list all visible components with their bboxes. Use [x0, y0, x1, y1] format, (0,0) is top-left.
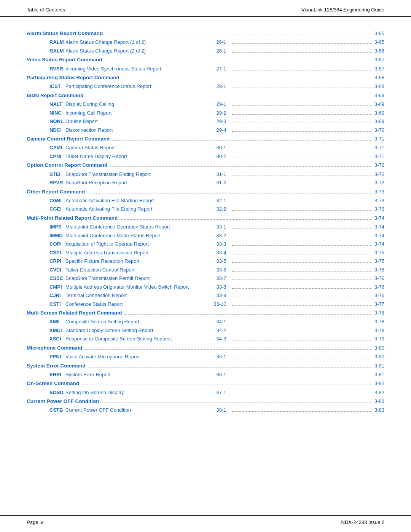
- toc-sub-entry: CGSI Automatic Activation File Starting …: [27, 197, 384, 204]
- sub-label: Multiple Address Originator Monitor Vide…: [65, 283, 205, 291]
- sub-num: 28-1: [205, 83, 226, 90]
- sub-page: 3-66: [374, 47, 384, 55]
- toc-sub-entry: IMMD Multi-point Conference Mode Status …: [27, 232, 384, 240]
- toc-sub-entry: PPNI Voice Activate Microphone Report 35…: [27, 353, 384, 361]
- footer-right: NDA-24233 Issue 2: [341, 519, 384, 525]
- section-dots: [84, 349, 372, 350]
- section-page: 3-80: [374, 344, 384, 352]
- sub-label: On-line Report: [65, 118, 205, 125]
- sub-page: 3-69: [374, 118, 384, 125]
- sub-dots: [232, 332, 372, 332]
- section-page: 3-78: [374, 309, 384, 317]
- toc-sub-entry: CMPI Multiple Address Originator Monitor…: [27, 283, 384, 291]
- sub-num: 29-2: [205, 109, 226, 117]
- sub-code: CGEI: [49, 205, 65, 213]
- sub-num: 33-9: [205, 292, 226, 299]
- sub-label: Incoming Call Report: [65, 109, 205, 117]
- sub-code: XMII: [49, 318, 65, 326]
- sub-num: 30-1: [205, 144, 226, 152]
- sub-dots: [232, 202, 372, 202]
- section-page: 3-68: [374, 74, 384, 81]
- sub-label: Composite Screen Setting Report: [65, 318, 205, 326]
- section-label: ISDN Report Command: [27, 92, 83, 99]
- sub-code: CSTB: [49, 406, 65, 414]
- sub-page: 3-78: [374, 318, 384, 326]
- sub-dots: [232, 123, 372, 123]
- sub-label: Terminal Connection Report: [65, 292, 205, 299]
- section-page: 3-73: [374, 188, 384, 196]
- sub-code: RALM: [49, 38, 65, 46]
- toc-sub-entry: SOSD Setting On-Screen Display 37-1 3-82: [27, 389, 384, 396]
- sub-page: 3-70: [374, 126, 384, 134]
- sub-num: 35-1: [205, 353, 226, 361]
- sub-code: NALT: [49, 101, 65, 108]
- sub-code: NONL: [49, 118, 65, 125]
- sub-code: RVSR: [49, 65, 65, 73]
- sub-page: 3-71: [374, 144, 384, 152]
- sub-num: 33-5: [205, 257, 226, 265]
- sub-dots: [232, 158, 372, 158]
- section-label: Microphone Command: [27, 344, 82, 352]
- footer-left: Page iv: [27, 519, 43, 525]
- sub-page: 3-74: [374, 223, 384, 231]
- sub-code: ERRI: [49, 371, 65, 379]
- sub-num: 37-1: [205, 389, 226, 396]
- sub-label: System Error Report: [65, 371, 205, 379]
- sub-label: Alarm Status Change Report (2 of 2): [65, 47, 205, 55]
- sub-page: 3-71: [374, 153, 384, 160]
- sub-label: Alarm Status Change Report (1 of 2): [65, 38, 205, 46]
- sub-code: NINC: [49, 109, 65, 117]
- sub-dots: [232, 358, 372, 358]
- header-right: VisuaLink 128/384 Engineering Guide: [301, 7, 384, 13]
- sub-num: 33-1: [205, 223, 226, 231]
- sub-label: Current Power OFF Condition: [65, 406, 205, 414]
- sub-label: Multi-point Conference Operation Status …: [65, 223, 205, 231]
- sub-code: SOSD: [49, 389, 65, 396]
- section-page: 3-72: [374, 161, 384, 169]
- toc-sub-entry: RALM Alarm Status Change Report (1 of 2)…: [27, 38, 384, 46]
- page: Table of Contents VisuaLink 128/384 Engi…: [0, 0, 411, 532]
- sub-page: 3-74: [374, 240, 384, 248]
- sub-dots: [232, 70, 372, 70]
- page-header: Table of Contents VisuaLink 128/384 Engi…: [0, 0, 411, 17]
- sub-code: NDCI: [49, 126, 65, 134]
- sub-num: 31-1: [205, 171, 226, 178]
- sub-dots: [232, 297, 372, 297]
- sub-num: 33-2: [205, 232, 226, 240]
- toc-sub-entry: NALT Display During Calling 29-1 3-69: [27, 101, 384, 108]
- sub-dots: [232, 394, 372, 394]
- sub-page: 3-75: [374, 257, 384, 265]
- section-dots: [81, 385, 372, 385]
- sub-dots: [232, 210, 372, 211]
- sub-num: 38-1: [205, 406, 226, 414]
- toc-section-header: Participating Status Report Command 3-68: [27, 74, 384, 81]
- sub-code: CJNI: [49, 292, 65, 299]
- toc-section-header: Microphone Command 3-80: [27, 344, 384, 352]
- sub-dots: [232, 411, 372, 412]
- toc-section-header: On-Screen Command 3-82: [27, 380, 384, 387]
- section-page: 3-71: [374, 135, 384, 143]
- sub-label: Participating Conference Status Report: [65, 83, 205, 90]
- sub-dots: [232, 131, 372, 132]
- sub-code: CPNI: [49, 153, 65, 160]
- header-left: Table of Contents: [27, 7, 65, 13]
- sub-dots: [232, 271, 372, 272]
- sub-page: 3-76: [374, 275, 384, 282]
- sub-num: 26-1: [205, 38, 226, 46]
- sub-label: Response to Composite Screen Setting Req…: [65, 335, 205, 343]
- sub-page: 3-72: [374, 171, 384, 178]
- section-label: Alarm Status Report Command: [27, 30, 103, 37]
- toc-sub-entry: CGEI Automatic Activating File Ending Re…: [27, 205, 384, 213]
- section-page: 3-74: [374, 214, 384, 222]
- sub-label: Standard Display Screen Setting Report: [65, 327, 205, 334]
- sub-dots: [232, 245, 372, 246]
- sub-num: 33-7: [205, 275, 226, 282]
- sub-dots: [232, 52, 372, 53]
- sub-num: 29-4: [205, 126, 226, 134]
- sub-label: Acquisition of Right to Operate Report: [65, 240, 205, 248]
- sub-num: 32-2: [205, 205, 226, 213]
- sub-label: Display During Calling: [65, 101, 205, 108]
- toc-sub-entry: RALM Alarm Status Change Report (2 of 2)…: [27, 47, 384, 55]
- toc-sub-entry: XMII Composite Screen Setting Report 34-…: [27, 318, 384, 326]
- section-label: Other Report Command: [27, 188, 85, 196]
